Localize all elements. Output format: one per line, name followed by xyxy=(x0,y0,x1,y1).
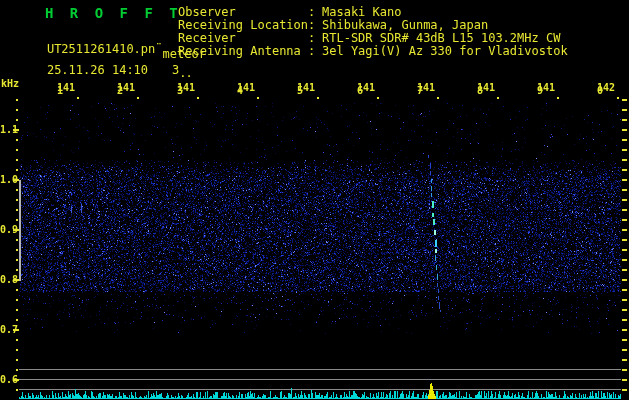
khz-unit-label: kHz xyxy=(1,78,19,89)
time-label-last-digit: 2 xyxy=(117,85,123,96)
capture-datetime-line: 25.11.26 14:103.. xyxy=(18,49,192,91)
capture-datetime: 25.11.26 14:10 xyxy=(47,63,148,77)
time-label-last-digit: 5 xyxy=(297,85,303,96)
time-tick-label: 1420 xyxy=(597,82,603,93)
time-label-last-digit: 3 xyxy=(177,85,183,96)
metadata-value: 3el Yagi(V) Az 330 for Vladivostok xyxy=(322,45,568,58)
time-label-last-digit: 8 xyxy=(477,85,483,96)
khz-tick-label: 0.7 xyxy=(0,324,18,335)
time-tick-label: 1416 xyxy=(357,82,363,93)
time-tick-label: 1417 xyxy=(417,82,423,93)
time-tick-label: 1411 xyxy=(57,82,63,93)
hrofft-screen: H R O F F T UT2511261410.pn¨meteor 25.11… xyxy=(0,0,629,400)
khz-tick-label: 0.9 xyxy=(0,224,18,235)
khz-tick-label: 0.6 xyxy=(0,374,18,385)
time-tick-label: 1418 xyxy=(477,82,483,93)
time-tick-label: 1419 xyxy=(537,82,543,93)
metadata-separator: : xyxy=(308,45,322,58)
khz-tick-label: 1.0 xyxy=(0,174,18,185)
metadata-label: Receiving Antenna xyxy=(178,45,308,58)
time-tick-label: 1415 xyxy=(297,82,303,93)
time-tick-label: 1412 xyxy=(117,82,123,93)
time-label-last-digit: 1 xyxy=(57,85,63,96)
echo-count-dots: .. xyxy=(179,66,191,80)
time-label-last-digit: 9 xyxy=(537,85,543,96)
metadata-row: Receiving Antenna:3el Yagi(V) Az 330 for… xyxy=(178,45,568,58)
time-label-last-digit: 6 xyxy=(357,85,363,96)
time-label-last-digit: 4 xyxy=(237,85,243,96)
time-tick-label: 1413 xyxy=(177,82,183,93)
khz-tick-label: 0.8 xyxy=(0,274,18,285)
time-label-last-digit: 7 xyxy=(417,85,423,96)
time-tick-label: 1414 xyxy=(237,82,243,93)
metadata-block: Observer:Masaki KanoReceiving Location:S… xyxy=(178,6,568,58)
khz-tick-label: 1.1 xyxy=(0,124,18,135)
app-title: H R O F F T xyxy=(45,5,182,21)
time-label-last-digit: 0 xyxy=(597,85,603,96)
